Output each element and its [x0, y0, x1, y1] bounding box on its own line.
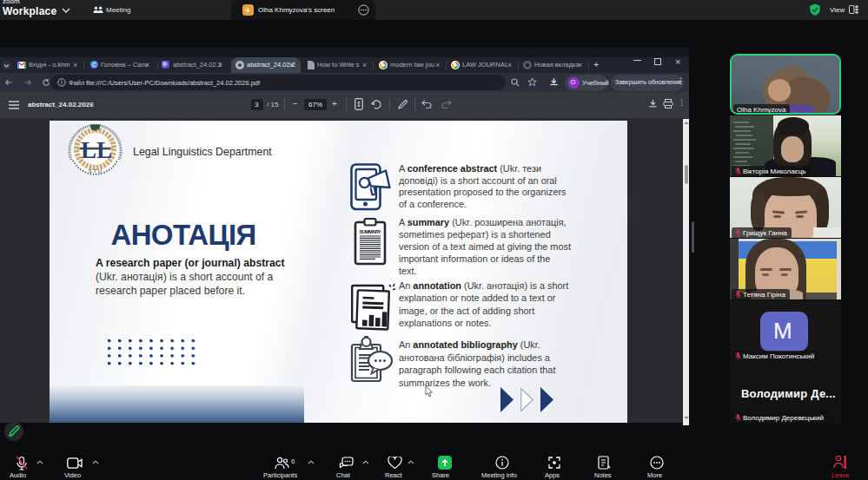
svg-text:STU: STU [89, 168, 103, 174]
svg-text:LL: LL [81, 137, 112, 163]
svg-text:SUMMARY: SUMMARY [360, 229, 381, 234]
svg-text:C: C [92, 62, 96, 68]
